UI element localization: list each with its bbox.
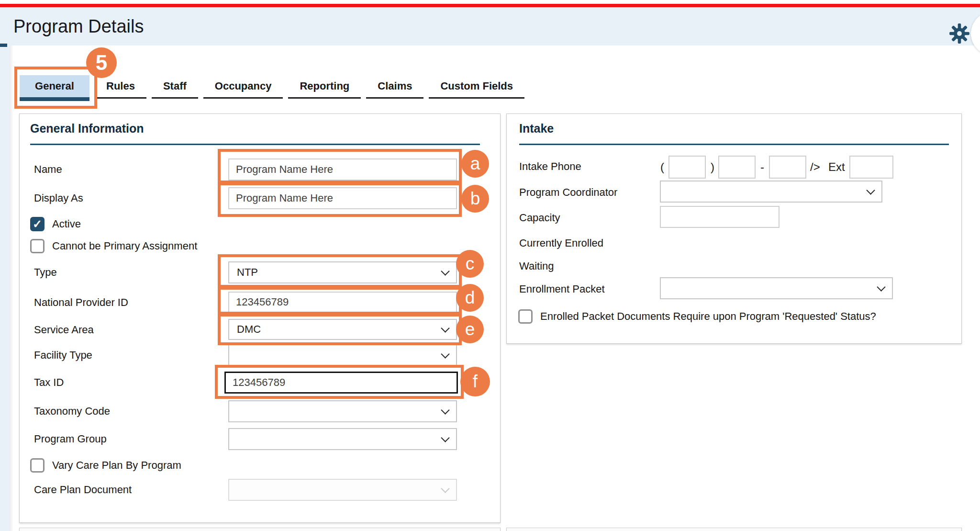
phone-prefix-input[interactable] (718, 156, 756, 179)
program-details-page: Program Details General Rules Staff Occu… (0, 0, 980, 531)
tab-general[interactable]: General (20, 75, 89, 101)
tax-id-input[interactable] (224, 372, 458, 394)
annotation-badge-a: a (461, 150, 489, 178)
capacity-label: Capacity (519, 211, 560, 225)
display-as-label: Display As (34, 191, 83, 205)
tab-custom-fields[interactable]: Custom Fields (429, 75, 524, 99)
display-as-input[interactable] (228, 187, 457, 209)
annotation-badge-d: d (456, 284, 484, 312)
cannot-primary-checkbox[interactable] (30, 239, 45, 253)
general-information-panel: General Information Name Display As ✓ Ac… (19, 113, 501, 523)
intake-title: Intake (519, 122, 554, 136)
annotation-badge-b: b (461, 185, 489, 213)
chevron-down-icon (441, 433, 449, 442)
top-white-strip (0, 0, 980, 4)
type-label: Type (34, 265, 57, 280)
tab-claims[interactable]: Claims (366, 75, 423, 99)
tab-occupancy[interactable]: Occupancy (203, 75, 283, 99)
annotation-badge-f: f (460, 367, 490, 396)
tax-id-label: Tax ID (34, 375, 64, 390)
capacity-input[interactable] (660, 206, 780, 228)
annotation-badge-e: e (456, 316, 484, 343)
chevron-down-icon (877, 282, 885, 291)
phone-ext-label: Ext (828, 159, 845, 175)
cannot-primary-label: Cannot be Primary Assignment (52, 240, 197, 252)
vary-care-plan-label: Vary Care Plan By Program (52, 459, 181, 472)
enrolled-packet-docs-checkbox[interactable] (518, 309, 533, 324)
phone-line-input[interactable] (769, 156, 806, 179)
phone-open-paren: ( (660, 159, 664, 175)
phone-close-paren: ) (711, 159, 714, 175)
service-area-select[interactable]: DMC (228, 319, 457, 340)
waiting-label: Waiting (519, 259, 554, 273)
active-checkbox[interactable]: ✓ (30, 217, 45, 231)
left-edge-strip (0, 45, 10, 531)
active-checkbox-row: ✓ Active (30, 217, 81, 231)
program-coordinator-label: Program Coordinator (519, 185, 617, 200)
name-input[interactable] (228, 158, 457, 181)
tab-reporting[interactable]: Reporting (288, 75, 361, 99)
page-header: Program Details (0, 7, 980, 45)
vary-care-plan-checkbox-row: Vary Care Plan By Program (30, 458, 181, 473)
intake-divider (519, 144, 949, 145)
check-icon: ✓ (33, 218, 42, 230)
tab-staff[interactable]: Staff (152, 75, 198, 99)
phone-extension-input[interactable] (849, 156, 893, 179)
type-select[interactable]: NTP (228, 261, 457, 283)
npi-label: National Provider ID (34, 295, 128, 310)
bottom-right-panel (506, 528, 962, 531)
name-label: Name (34, 162, 62, 177)
general-information-title: General Information (30, 122, 144, 136)
facility-type-select[interactable] (228, 344, 457, 366)
top-red-line (0, 4, 980, 7)
care-plan-document-select (228, 479, 457, 501)
phone-area-input[interactable] (668, 156, 706, 179)
vary-care-plan-checkbox[interactable] (30, 458, 45, 473)
npi-input[interactable] (228, 292, 457, 313)
intake-phone-label: Intake Phone (519, 159, 581, 174)
taxonomy-code-select[interactable] (228, 400, 457, 422)
left-navy-tick (0, 44, 7, 47)
tab-rules[interactable]: Rules (95, 75, 146, 99)
facility-type-label: Facility Type (34, 348, 92, 362)
active-label: Active (52, 218, 81, 230)
program-group-label: Program Group (34, 432, 107, 446)
chevron-down-icon (441, 406, 449, 414)
chevron-down-icon (441, 350, 449, 358)
enrollment-packet-select[interactable] (660, 277, 893, 299)
annotation-badge-5: 5 (86, 47, 117, 78)
chevron-down-icon (441, 267, 449, 275)
phone-dash: - (760, 159, 764, 175)
program-group-select[interactable] (228, 428, 457, 450)
corner-circle-button[interactable] (971, 11, 980, 56)
tab-bar: General Rules Staff Occupancy Reporting … (20, 75, 530, 101)
bottom-left-panel (19, 528, 501, 531)
service-area-label: Service Area (34, 323, 94, 337)
gear-icon[interactable] (949, 23, 970, 44)
enrollment-packet-label: Enrollment Packet (519, 282, 605, 296)
page-title: Program Details (13, 7, 144, 45)
enrolled-packet-docs-checkbox-row: Enrolled Packet Documents Require upon P… (518, 309, 876, 324)
taxonomy-code-label: Taxonomy Code (34, 404, 110, 418)
care-plan-document-label: Care Plan Document (34, 483, 132, 497)
phone-slash: /> (810, 159, 820, 175)
annotation-badge-c: c (456, 250, 484, 278)
program-coordinator-select[interactable] (660, 181, 882, 203)
enrolled-packet-docs-label: Enrolled Packet Documents Require upon P… (540, 310, 876, 323)
intake-panel: Intake Intake Phone ( ) - /> Ext Program… (506, 113, 962, 344)
chevron-down-icon (441, 484, 449, 493)
general-information-divider (30, 144, 480, 145)
currently-enrolled-label: Currently Enrolled (519, 236, 603, 250)
chevron-down-icon (441, 324, 449, 332)
chevron-down-icon (866, 186, 875, 194)
cannot-primary-checkbox-row: Cannot be Primary Assignment (30, 239, 197, 253)
